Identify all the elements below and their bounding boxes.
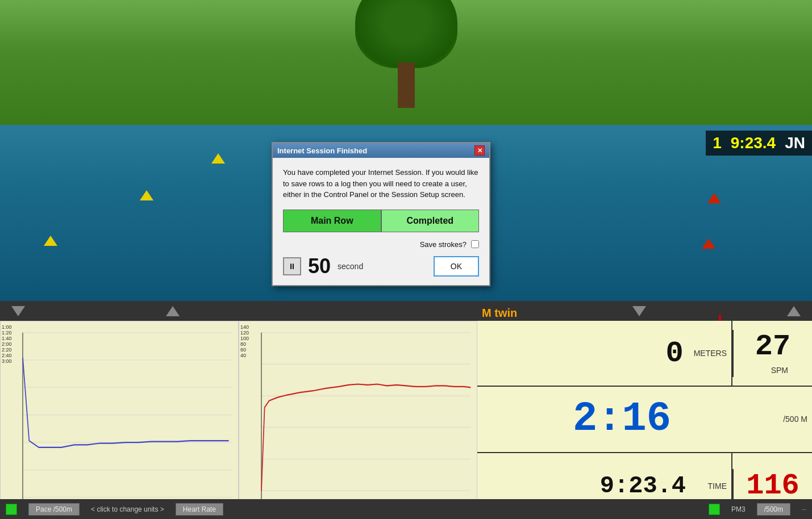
save-strokes-label: Save strokes? [420, 240, 467, 249]
pause-button[interactable]: ⏸ [283, 257, 301, 275]
dialog-row-buttons: Main Row Completed [283, 210, 479, 232]
dialog-title: Internet Session Finished [277, 147, 367, 155]
internet-session-dialog: Internet Session Finished ✕ You have com… [272, 142, 490, 286]
dialog-titlebar: Internet Session Finished ✕ [273, 143, 489, 158]
dialog-overlay: Internet Session Finished ✕ You have com… [0, 0, 812, 519]
countdown-value: 50 [308, 254, 331, 278]
main-row-button[interactable]: Main Row [283, 210, 381, 232]
save-strokes-checkbox[interactable] [471, 240, 479, 248]
dialog-close-button[interactable]: ✕ [474, 145, 485, 156]
dialog-bottom-row: ⏸ 50 second OK [283, 254, 479, 278]
completed-button[interactable]: Completed [381, 210, 480, 232]
second-label: second [338, 262, 363, 271]
ok-button[interactable]: OK [434, 256, 479, 277]
dialog-body: You have completed your Internet Session… [273, 158, 489, 285]
dialog-message: You have completed your Internet Session… [283, 167, 479, 200]
save-strokes-row: Save strokes? [283, 240, 479, 249]
